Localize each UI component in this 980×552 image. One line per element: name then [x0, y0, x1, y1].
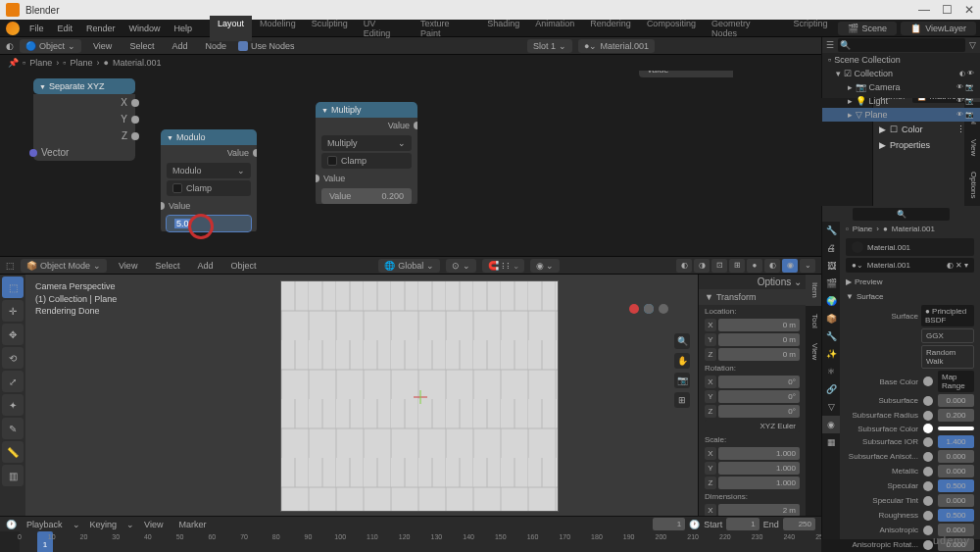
tool-transform[interactable]: ✦: [2, 394, 24, 416]
property-value-input[interactable]: 0.500: [938, 479, 974, 492]
tab-animation[interactable]: Animation: [527, 16, 582, 41]
modulo-value-input[interactable]: 5.0: [167, 216, 251, 231]
camera-icon[interactable]: 📷: [674, 373, 690, 388]
timeline-keying[interactable]: Keying: [84, 518, 123, 531]
modulo-op-dropdown[interactable]: Modulo⌄: [167, 163, 251, 178]
navigation-gizmo[interactable]: [629, 304, 668, 343]
object-mode-dropdown[interactable]: 🔵 Object ⌄: [20, 39, 81, 53]
timeline-ruler[interactable]: 1 01020304050607080901001101201301401501…: [20, 531, 821, 552]
view-vtab-item[interactable]: Item: [806, 275, 821, 306]
transform-header[interactable]: ▼Transform: [699, 289, 806, 305]
outliner-plane[interactable]: ▸ ▽ Plane👁 📷: [822, 108, 980, 122]
shading-rendered[interactable]: ◉: [782, 259, 798, 273]
editor-type-icon[interactable]: ⬚: [6, 261, 15, 271]
property-value-input[interactable]: 0.200: [938, 409, 974, 422]
vtab-view[interactable]: View: [964, 131, 980, 164]
menu-window[interactable]: Window: [123, 22, 167, 35]
tool-select-box[interactable]: ⬚: [2, 276, 24, 298]
prop-tab-output[interactable]: 🖨: [822, 239, 840, 257]
tool-move[interactable]: ✥: [2, 324, 24, 345]
shading-wireframe[interactable]: ⊞: [729, 259, 745, 273]
prop-tab-modifiers[interactable]: 🔧: [822, 327, 840, 345]
tab-modeling[interactable]: Modeling: [252, 16, 304, 41]
timeline-marker[interactable]: Marker: [172, 518, 212, 531]
zoom-icon[interactable]: 🔍: [674, 333, 690, 349]
loc-y-input[interactable]: 0 m: [718, 333, 800, 346]
tab-texture-paint[interactable]: Texture Paint: [413, 16, 479, 41]
tab-uv-editing[interactable]: UV Editing: [356, 16, 413, 41]
prop-tab-view[interactable]: 🖼: [822, 257, 840, 275]
xray-btn[interactable]: ⊡: [711, 259, 727, 273]
tab-sculpting[interactable]: Sculpting: [304, 16, 356, 41]
outliner-collection[interactable]: ▾ ☑ Collection◐ 👁: [822, 67, 980, 80]
options-dropdown[interactable]: Options ⌄: [699, 275, 806, 289]
surface-section[interactable]: ▼Surface: [840, 289, 980, 304]
start-frame-input[interactable]: 1: [726, 518, 759, 530]
property-value-input[interactable]: 0.000: [938, 394, 974, 407]
loc-x-input[interactable]: 0 m: [718, 319, 800, 331]
prop-tab-physics[interactable]: ⚛: [822, 363, 840, 380]
tool-rotate[interactable]: ⟲: [2, 347, 24, 369]
property-value-input[interactable]: 0.000: [938, 465, 974, 477]
modulo-clamp-checkbox[interactable]: Clamp: [167, 180, 251, 196]
prop-tab-data[interactable]: ▽: [822, 398, 840, 416]
props-search[interactable]: 🔍: [853, 208, 950, 221]
multiply-clamp-checkbox[interactable]: Clamp: [321, 153, 412, 169]
menu-help[interactable]: Help: [169, 22, 199, 35]
proportional-dropdown[interactable]: ◉ ⌄: [530, 259, 561, 273]
minimize-button[interactable]: —: [918, 3, 930, 17]
viewport-menu-object[interactable]: Object: [224, 259, 262, 273]
viewport-menu-add[interactable]: Add: [191, 259, 219, 273]
prop-tab-particles[interactable]: ✨: [822, 345, 840, 363]
gizmo-btn[interactable]: ◐: [676, 259, 692, 273]
multiply-op-dropdown[interactable]: Multiply⌄: [321, 135, 412, 151]
tab-geometry-nodes[interactable]: Geometry Nodes: [704, 16, 786, 41]
viewport-menu-view[interactable]: View: [113, 259, 143, 273]
preview-section[interactable]: ▶Preview: [840, 275, 980, 289]
perspective-icon[interactable]: ⊞: [674, 392, 690, 408]
tool-measure[interactable]: 📏: [2, 441, 24, 463]
overlay-btn[interactable]: ◑: [694, 259, 710, 273]
3d-viewport[interactable]: ⬚ ✛ ✥ ⟲ ⤢ ✦ ✎ 📏 ▥ Camera Perspective (1)…: [0, 275, 821, 516]
view-vtab-tool[interactable]: Tool: [806, 306, 821, 336]
tab-layout[interactable]: Layout: [210, 16, 252, 41]
tool-cursor[interactable]: ✛: [2, 300, 24, 322]
tab-shading[interactable]: Shading: [479, 16, 527, 41]
snap-dropdown[interactable]: 🧲 ⫶⫶ ⌄: [482, 259, 524, 273]
rot-y-input[interactable]: 0°: [718, 390, 800, 403]
tool-scale[interactable]: ⤢: [2, 371, 24, 392]
loc-z-input[interactable]: 0 m: [718, 348, 800, 361]
maximize-button[interactable]: ☐: [942, 3, 953, 17]
prop-tab-object[interactable]: 📦: [822, 310, 840, 327]
outliner-scene-collection[interactable]: ▫ Scene Collection: [822, 53, 980, 67]
timeline[interactable]: 1 01020304050607080901001101201301401501…: [0, 531, 821, 552]
use-nodes-checkbox[interactable]: Use Nodes: [238, 41, 295, 51]
end-frame-input[interactable]: 250: [783, 518, 815, 530]
scene-selector[interactable]: 🎬 Scene: [838, 22, 898, 35]
close-button[interactable]: ✕: [964, 3, 974, 17]
property-value-input[interactable]: [938, 427, 974, 430]
material-slot[interactable]: Material.001: [846, 238, 974, 256]
pivot-dropdown[interactable]: ⊙ ⌄: [446, 259, 476, 273]
blender-logo-icon[interactable]: [6, 22, 20, 35]
prop-tab-texture[interactable]: ▦: [822, 433, 840, 451]
property-value-input[interactable]: Map Range: [938, 371, 974, 392]
rot-z-input[interactable]: 0°: [718, 405, 800, 418]
tab-compositing[interactable]: Compositing: [639, 16, 704, 41]
rot-x-input[interactable]: 0°: [718, 376, 800, 388]
slot-dropdown[interactable]: Slot 1 ⌄: [527, 39, 572, 53]
transform-orientation-dropdown[interactable]: 🌐 Global ⌄: [378, 259, 440, 273]
multiply-value-input[interactable]: Value0.200: [321, 188, 412, 204]
node-menu-node[interactable]: Node: [199, 39, 232, 53]
shading-matpreview[interactable]: ◐: [764, 259, 780, 273]
surface-shader-dropdown[interactable]: ● Principled BSDF: [921, 305, 974, 326]
property-value-input[interactable]: 0.000: [938, 450, 974, 463]
tool-add[interactable]: ▥: [2, 465, 24, 486]
ggx-dropdown[interactable]: GGX: [921, 328, 974, 343]
material-dropdown[interactable]: ●⌄ Material.001: [578, 39, 655, 53]
prop-tab-world[interactable]: 🌍: [822, 292, 840, 310]
rotation-mode-dropdown[interactable]: XYZ Euler: [705, 420, 800, 432]
property-value-input[interactable]: 1.400: [938, 435, 974, 448]
timeline-view[interactable]: View: [138, 518, 169, 531]
current-frame-input[interactable]: 1: [653, 518, 685, 530]
